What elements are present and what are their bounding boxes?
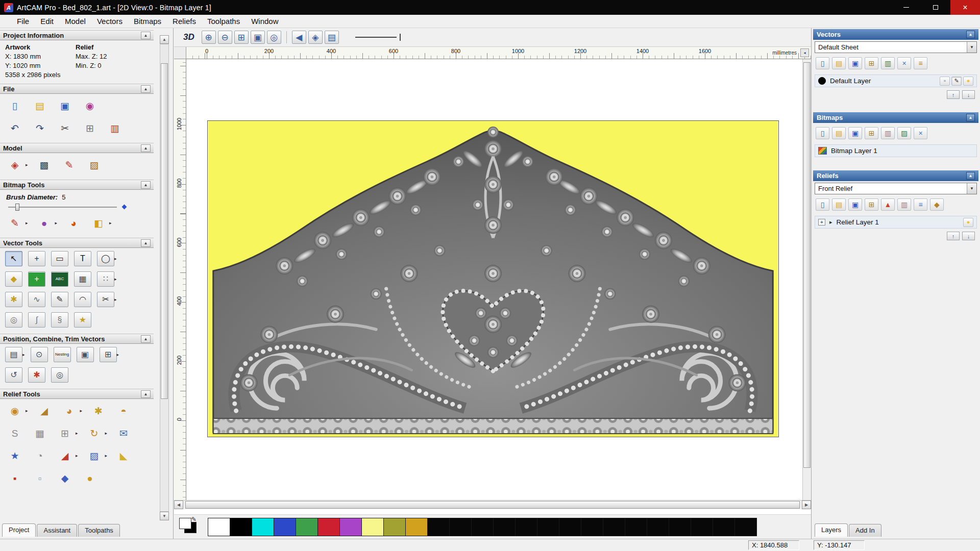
lock-relief-icon[interactable]: ◆ [930, 198, 944, 211]
set-model-size-icon[interactable]: ◈ [6, 157, 23, 172]
zoom-window-icon[interactable]: ⊞ [234, 31, 249, 44]
color-swatch-5[interactable] [317, 518, 340, 536]
brush-diameter-slider[interactable] [7, 202, 146, 211]
weave-relief-icon[interactable]: ▦ [31, 425, 48, 441]
vectors-section-header[interactable]: Vectors ▲ [813, 29, 978, 40]
color-swatch-24[interactable] [734, 518, 757, 536]
relief-visibility-icon[interactable]: ● [963, 218, 973, 227]
paint-selected-icon[interactable]: ● [36, 215, 53, 231]
model-properties-icon[interactable]: ◉ [81, 98, 99, 113]
mushroom-relief-icon[interactable]: ◓ [115, 403, 132, 418]
color-swatch-18[interactable] [603, 518, 625, 536]
reliefs-section-header[interactable]: Reliefs ▲ [813, 170, 978, 181]
array-copy-icon-flyout-arrow[interactable]: ▸ [114, 277, 117, 282]
cut-icon[interactable]: ✂ [56, 120, 74, 136]
collapse-vector-tools-button[interactable]: ▲ [141, 239, 151, 247]
swirl-relief-icon[interactable]: S [6, 425, 23, 441]
layer-color-dot[interactable] [818, 77, 826, 85]
menu-item-model[interactable]: Model [59, 15, 91, 28]
hscroll-left-button[interactable]: ◀ [174, 500, 183, 509]
slider-track[interactable] [8, 207, 117, 208]
doughnut-tool-icon[interactable]: ◎ [5, 312, 22, 328]
collapse-vectors-button[interactable]: ▲ [966, 31, 975, 38]
import-relief-icon[interactable]: ⊞ [865, 198, 878, 211]
combine-vectors-icon[interactable]: ⊞ [100, 347, 117, 362]
measure-tool-icon[interactable]: ◆ [5, 271, 22, 287]
panel-scroll-up-button[interactable]: ▲ [160, 35, 169, 44]
bitmap-preview-icon[interactable]: ▨ [897, 127, 911, 139]
color-swatch-4[interactable] [296, 518, 318, 536]
color-swatch-3[interactable] [274, 518, 296, 536]
color-swatch-14[interactable] [515, 518, 537, 536]
sheet-select-arrow-icon[interactable]: ▼ [967, 42, 976, 53]
import-bitmap-icon[interactable]: ⊞ [865, 127, 878, 139]
collapse-reliefs-button[interactable]: ▲ [966, 172, 975, 180]
menu-item-toolpaths[interactable]: Toolpaths [202, 15, 246, 28]
panel-scroll-thumb[interactable] [161, 63, 168, 399]
vector-layer-down-button[interactable]: ↓ [962, 90, 975, 99]
preview-image-icon[interactable]: ▨ [86, 157, 103, 172]
color-swatch-8[interactable] [383, 518, 406, 536]
color-swatch-22[interactable] [691, 518, 713, 536]
color-swatch-16[interactable] [559, 518, 581, 536]
open-relief-layer-icon[interactable]: ▤ [832, 198, 846, 211]
zoom-page-icon[interactable]: ▣ [251, 31, 265, 44]
section-header-position-combine-trim[interactable]: Position, Combine, Trim Vectors ▲ [0, 334, 154, 344]
save-bitmap-layer-icon[interactable]: ▣ [848, 127, 862, 139]
relief-clipart-icon[interactable]: ⊞ [56, 425, 74, 441]
undo-icon[interactable]: ↶ [6, 120, 23, 136]
set-model-size-icon-flyout-arrow[interactable]: ▸ [26, 162, 28, 167]
bitmap-layer-row[interactable]: Bitmap Layer 1 [815, 144, 977, 157]
combine-bitmaps-icon[interactable]: ▥ [881, 127, 895, 139]
transform-tool-icon[interactable]: + [28, 251, 45, 266]
relief-select-arrow-icon[interactable]: ▼ [967, 183, 976, 194]
collapse-bitmap-tools-button[interactable]: ▲ [141, 181, 151, 189]
grid-tool-icon[interactable]: ▦ [74, 271, 91, 287]
panel-scrollbar[interactable]: ▲ ▼ [160, 35, 169, 520]
colour-palette-icon[interactable]: ◕ [65, 215, 82, 231]
color-swatch-13[interactable] [493, 518, 516, 536]
flood-fill-icon-flyout-arrow[interactable]: ▸ [109, 220, 112, 226]
restore-button[interactable] [921, 0, 950, 15]
delete-bitmap-layer-icon[interactable]: × [914, 127, 927, 139]
node-editing-icon[interactable]: ✎ [51, 292, 68, 307]
hscroll-track[interactable] [183, 500, 802, 509]
redo-icon[interactable]: ↷ [31, 120, 48, 136]
star-relief-icon[interactable]: ★ [6, 448, 23, 463]
color-swatch-21[interactable] [669, 518, 691, 536]
new-bitmap-layer-icon[interactable]: ▯ [816, 127, 829, 139]
nesting-icon[interactable]: Nesting [54, 347, 71, 362]
collapse-model-button[interactable]: ▲ [141, 144, 151, 152]
save-model-icon[interactable]: ▣ [56, 98, 74, 113]
collapse-relief-tools-button[interactable]: ▲ [141, 390, 151, 398]
face-wizard-icon[interactable]: ◔ [31, 448, 48, 463]
section-tool-icon[interactable]: § [51, 312, 68, 328]
circular-array-icon[interactable]: ⊙ [31, 347, 48, 362]
texture-relief-icon[interactable]: ▨ [86, 448, 103, 463]
vector-layer-row[interactable]: Default Layer ▫✎● [815, 74, 977, 87]
color-swatch-23[interactable] [713, 518, 735, 536]
section-header-file[interactable]: File ▲ [0, 84, 154, 94]
smooth-relief-icon[interactable]: ◉ [6, 403, 23, 418]
delete-vector-layer-icon[interactable]: × [897, 57, 911, 69]
flood-fill-icon[interactable]: ◧ [90, 215, 107, 231]
knife-icon[interactable]: ✂ [97, 292, 114, 307]
section-header-model[interactable]: Model ▲ [0, 143, 154, 153]
ellipse-tool-icon-flyout-arrow[interactable]: ▸ [114, 256, 117, 261]
panel-scroll-track[interactable] [160, 44, 169, 512]
view-3d-button[interactable]: 3D [179, 31, 199, 43]
panel-scroll-down-button[interactable]: ▼ [160, 512, 169, 520]
refresh-view-icon[interactable]: ▤ [325, 31, 339, 44]
align-objects-icon[interactable]: ▤ [5, 347, 22, 362]
sculpting-icon[interactable]: ✎ [61, 157, 78, 172]
block-copy-icon[interactable]: + [28, 271, 45, 287]
tab-toolpaths[interactable]: Toolpaths [78, 524, 120, 537]
import-vectors-icon[interactable]: ⊞ [865, 57, 878, 69]
star-tool-icon[interactable]: ★ [74, 312, 91, 328]
texture-relief-icon-flyout-arrow[interactable]: ▸ [105, 453, 108, 458]
color-swatch-11[interactable] [449, 518, 472, 536]
menu-item-window[interactable]: Window [246, 15, 284, 28]
slider-thumb[interactable] [15, 204, 19, 211]
layer-visibility-icon[interactable]: ● [963, 77, 973, 86]
snapshot-layer-icon[interactable]: ▫ [940, 77, 950, 86]
